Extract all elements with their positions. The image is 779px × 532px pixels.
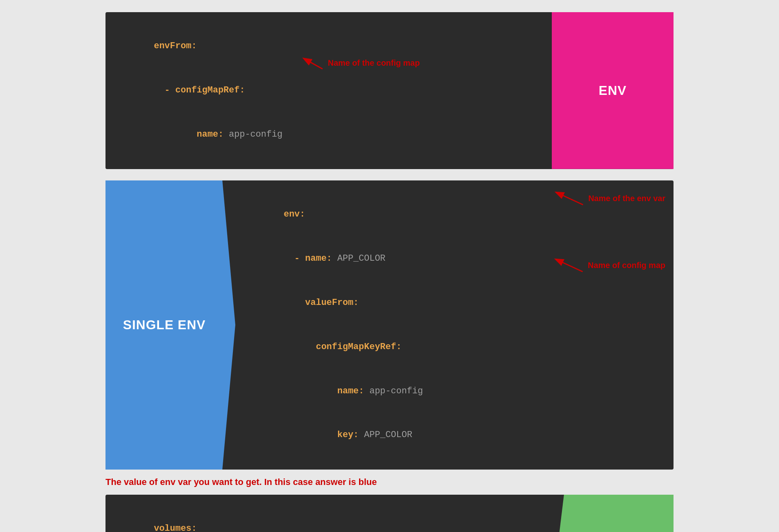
code-line-3: name: app-config (122, 113, 536, 157)
single-env-label: SINGLE ENV (123, 317, 218, 332)
keyword: configMapKeyRef: (284, 342, 401, 352)
single-env-card: SINGLE ENV env: - name: APP_COLOR valueF… (105, 180, 674, 470)
code-line-valuefrom: valueFrom: (252, 281, 657, 325)
single-env-label-box: SINGLE ENV (105, 180, 235, 470)
keyword: valueFrom: (284, 298, 359, 308)
volume-label-box: VOLUME (552, 495, 674, 532)
code-line-name2: name: app-config (252, 369, 657, 413)
svg-line-2 (556, 260, 583, 272)
arrow-icon (300, 55, 325, 71)
value: APP_COLOR (337, 253, 385, 264)
code-line-key: key: APP_COLOR (252, 413, 657, 457)
keyword: name: (284, 386, 369, 396)
svg-line-1 (557, 193, 583, 205)
env-label-box: ENV (552, 12, 674, 169)
keyword: - configMapRef: (154, 85, 245, 95)
env-card: envFrom: - configMapRef: name: app-confi… (105, 12, 674, 169)
keyword: volumes: (154, 523, 197, 532)
annotation-env-var: Name of the env var (553, 189, 665, 209)
keyword: - name: (284, 253, 337, 264)
between-annotation: The value of env var you want to get. In… (105, 477, 674, 487)
keyword: name: (154, 129, 229, 139)
single-env-code-area: env: - name: APP_COLOR valueFrom: config… (235, 180, 674, 470)
arrow-icon (552, 255, 585, 276)
annotation-text: Name of config map (588, 261, 665, 270)
keyword: env: (284, 209, 305, 219)
code-line-configmapkeyref: configMapKeyRef: (252, 325, 657, 369)
annotation-text: Name of the config map (328, 58, 420, 68)
keyword: key: (284, 430, 364, 440)
value: app-config (369, 386, 423, 396)
env-label: ENV (599, 83, 627, 98)
code-line-2: - configMapRef: (122, 69, 536, 113)
value: app-config (229, 129, 282, 139)
annotation-config-map-2: Name of config map (552, 255, 665, 276)
keyword: envFrom: (154, 41, 197, 51)
annotation-config-map: Name of the config map (300, 55, 420, 71)
svg-line-0 (304, 59, 323, 69)
volume-card: volumes: - name: app-config-volume confi… (105, 495, 674, 532)
arrow-icon (553, 189, 585, 209)
volume-code-area: volumes: - name: app-config-volume confi… (105, 495, 552, 532)
env-code-area: envFrom: - configMapRef: name: app-confi… (105, 12, 552, 169)
annotation-text: Name of the env var (588, 194, 665, 203)
code-line-volumes: volumes: (122, 507, 536, 532)
value: APP_COLOR (364, 430, 412, 440)
